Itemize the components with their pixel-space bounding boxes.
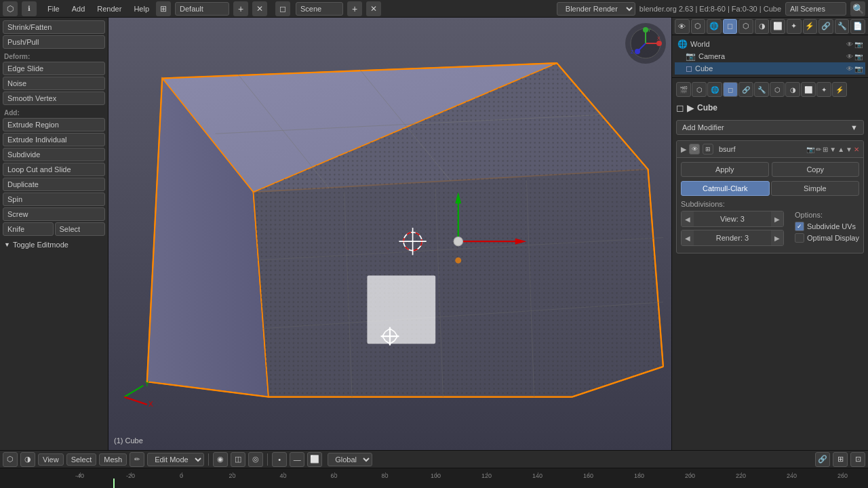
render-control[interactable]: ◀ Render: 3 ▶ [681,230,784,246]
view-icon[interactable]: 👁 [675,19,690,34]
extrude-region-btn[interactable]: Extrude Region [3,118,105,131]
outliner-item-world[interactable]: 🌐 World 👁 📷 [675,38,865,50]
cube-eye-icon[interactable]: 👁 [846,65,853,73]
prop-tab-render[interactable]: 🎬 [676,82,691,97]
view-menu-btn[interactable]: View [38,453,64,466]
close-scene-icon[interactable]: ✕ [366,1,381,16]
subdivide-btn[interactable]: Subdivide [3,148,105,161]
texture-icon[interactable]: ⬜ [770,19,785,34]
particles-icon[interactable]: ✦ [787,19,802,34]
optimal-display-checkbox[interactable] [795,233,804,243]
modifier-visibility-icon[interactable]: 👁 [689,144,700,155]
help-menu[interactable]: Help [131,3,152,14]
modifier-render-icon[interactable]: 📷 [806,146,814,153]
apply-btn[interactable]: Apply [681,162,769,177]
modifier-move-down-icon[interactable]: ▼ [846,146,852,153]
viewport[interactable]: User Persp [108,18,671,450]
smooth-vertex-btn[interactable]: Smooth Vertex [3,92,105,105]
transform-select[interactable]: Global [328,453,372,466]
outliner-item-cube[interactable]: ◻ Cube 👁 📷 [675,62,865,75]
prop-tab-texture[interactable]: ⬜ [801,82,816,97]
viewport-gizmo[interactable]: X Y Z [625,23,666,64]
loop-cut-slide-btn[interactable]: Loop Cut and Slide [3,163,105,176]
scene-icon[interactable]: ⬡ [691,19,706,34]
copy-btn[interactable]: Copy [772,162,860,177]
render-decrease-btn[interactable]: ◀ [682,230,694,245]
noise-btn[interactable]: Noise [3,77,105,90]
cube-render-icon[interactable]: 📷 [854,65,863,73]
duplicate-btn[interactable]: Duplicate [3,178,105,191]
prop-tab-constraints[interactable]: 🔗 [738,82,753,97]
add-scene-icon[interactable]: + [347,1,362,16]
spin-btn[interactable]: Spin [3,192,105,206]
physics-icon[interactable]: ⚡ [803,19,818,34]
prop-tab-material[interactable]: ◑ [785,82,800,97]
add-modifier-btn[interactable]: Add Modifier ▼ [676,120,864,135]
editmode-icon[interactable]: ✏ [130,452,144,467]
close-layout-icon[interactable]: ✕ [252,1,267,16]
snap-icon[interactable]: ◫ [231,452,245,467]
material-icon[interactable]: ◑ [755,19,770,34]
object-icon[interactable]: ◻ [723,19,738,34]
modifier-move-up-icon[interactable]: ▲ [837,146,844,153]
all-scenes-input[interactable] [785,2,846,16]
view-increase-btn[interactable]: ▶ [771,211,783,226]
mesh-select-face[interactable]: ⬜ [307,452,322,467]
modifier-cage-icon[interactable]: ⊞ [823,146,828,153]
search-icon[interactable]: 🔍 [850,1,865,16]
camera-eye-icon[interactable]: 👁 [846,53,853,60]
knife-btn[interactable]: Knife [3,222,54,236]
modifier-close-icon[interactable]: ✕ [854,146,859,153]
mesh-menu-btn[interactable]: Mesh [99,453,127,466]
mesh-select-edge[interactable]: — [290,452,304,467]
mesh-select-vert[interactable]: • [272,452,287,467]
view-control[interactable]: ◀ View: 3 ▶ [681,211,784,227]
camera-render-icon[interactable]: 📷 [854,53,863,60]
render-engine-select[interactable]: Blender Render [557,2,635,16]
overlay-icon[interactable]: ⊞ [833,452,848,467]
pivot-icon[interactable]: ◉ [213,452,228,467]
add-menu[interactable]: Add [69,3,88,14]
prop-tab-scene[interactable]: ⬡ [692,82,707,97]
render-menu[interactable]: Render [94,3,124,14]
catmull-clark-btn[interactable]: Catmull-Clark [681,181,770,196]
modifiers-icon[interactable]: 🔧 [835,19,850,34]
screw-btn[interactable]: Screw [3,207,105,221]
snap-toggle[interactable]: 🔗 [815,452,830,467]
file-menu[interactable]: File [45,3,62,14]
select-btn[interactable]: Select [55,222,106,236]
prop-tab-particles[interactable]: ✦ [816,82,831,97]
mesh-icon[interactable]: ⬡ [738,19,753,34]
render-mode-icon[interactable]: ◑ [20,452,35,467]
world-render-icon[interactable]: 📷 [854,41,863,48]
world-eye-icon[interactable]: 👁 [846,41,853,48]
prop-tab-data[interactable]: ⬡ [770,82,785,97]
subdivide-uvs-checkbox[interactable] [795,222,804,231]
view-type-icon[interactable]: ⬡ [3,452,18,467]
prop-tab-modifiers[interactable]: 🔧 [754,82,769,97]
scene-input[interactable] [296,2,343,16]
prop-tab-object[interactable]: ◻ [723,82,738,97]
toggle-editmode[interactable]: Toggle Editmode [3,239,105,251]
prop-tab-world[interactable]: 🌐 [707,82,722,97]
world-icon[interactable]: 🌐 [707,19,722,34]
extrude-individual-btn[interactable]: Extrude Individual [3,133,105,146]
modifier-expand2-icon[interactable]: ▼ [829,146,836,153]
modifier-edit-icon[interactable]: ✏ [816,146,821,153]
select-menu-btn[interactable]: Select [66,453,97,466]
view-decrease-btn[interactable]: ◀ [682,211,694,226]
data-icon[interactable]: 📄 [850,19,865,34]
prop-tab-physics[interactable]: ⚡ [832,82,847,97]
simple-btn[interactable]: Simple [771,181,860,196]
layout-input[interactable] [175,2,229,16]
modifier-expand-icon[interactable]: ▶ [681,145,686,154]
shrink-fatten-btn[interactable]: Shrink/Fatten [3,20,105,34]
mode-select[interactable]: Edit Mode [147,453,204,466]
outliner-item-camera[interactable]: 📷 Camera 👁 📷 [675,50,865,62]
constraints-icon[interactable]: 🔗 [818,19,833,34]
edge-slide-btn[interactable]: Edge Slide [3,62,105,75]
proportional-icon[interactable]: ◎ [248,452,263,467]
modifier-type-icon[interactable]: ⊞ [703,144,713,155]
add-layout-icon[interactable]: + [233,1,248,16]
render-increase-btn[interactable]: ▶ [771,230,783,245]
